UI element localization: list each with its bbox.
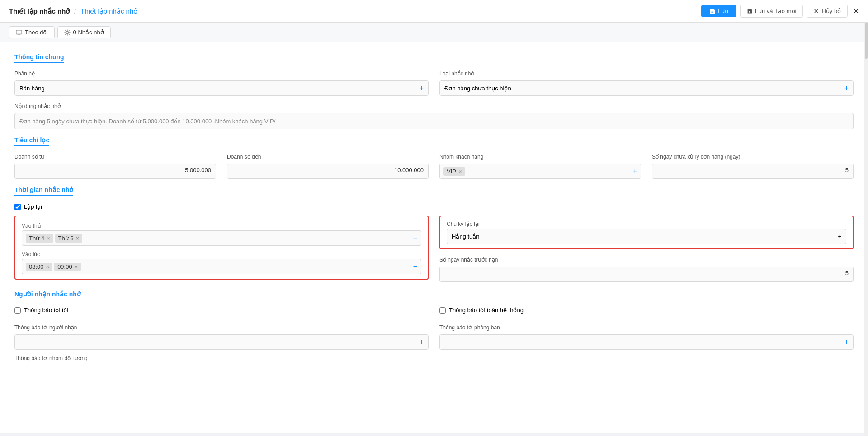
vao-luc-group: Vào lúc 08:00 × 09:00 × +	[22, 251, 421, 274]
so-ngay-input[interactable]: 5	[652, 164, 854, 179]
noi-dung-textarea[interactable]: Đơn hàng 5 ngày chưa thực hiện. Doanh số…	[14, 113, 854, 129]
noi-dung-group: Nội dung nhắc nhở Đơn hàng 5 ngày chưa t…	[14, 103, 854, 129]
thong-tin-chung-section: Thông tin chung Phân hệ Bán hàng + Loại …	[14, 53, 854, 129]
thong-bao-toi-toi-row: Thông báo tới tôi	[14, 307, 429, 314]
breadcrumb-link[interactable]: Thiết lập nhắc nhở	[80, 7, 137, 15]
thong-bao-nguoi-nhan-group: Thông báo tới người nhận +	[14, 324, 429, 350]
time-0800-tag: 08:00 ×	[26, 263, 52, 271]
thong-bao-he-thong-label: Thông báo tới toàn hệ thống	[449, 307, 524, 314]
doanh-so-row: Doanh số từ 5.000.000 Doanh số đến 10.00…	[14, 154, 854, 179]
tieu-chi-loc-title: Tiêu chí lọc	[14, 136, 49, 146]
doanh-so-tu-label: Doanh số từ	[14, 154, 216, 160]
loai-nhac-nho-select[interactable]: Đơn hàng chưa thực hiện +	[439, 80, 854, 96]
save-icon	[709, 8, 716, 14]
time-two-col: Vào thứ Thứ 4 × Thứ 6 × +	[14, 216, 854, 287]
thong-bao-checkbox-row: Thông báo tới tôi Thông báo tới toàn hệ …	[14, 307, 854, 319]
lap-lai-label: Lập lại	[24, 203, 42, 210]
svg-point-1	[66, 31, 68, 33]
thong-bao-toi-toi-checkbox[interactable]	[14, 307, 21, 314]
chu-ky-box: Chu kỳ lặp lại Hằng tuần +	[439, 216, 854, 249]
so-ngay-nhac-label: Số ngày nhắc trước hạn	[439, 257, 854, 263]
time-0800-close[interactable]: ×	[46, 263, 50, 270]
nhac-nho-button[interactable]: 0 Nhắc nhở	[57, 26, 111, 38]
noi-dung-label: Nội dung nhắc nhở	[14, 103, 854, 109]
save-create-button[interactable]: Lưu và Tạo mới	[740, 5, 803, 18]
phong-ban-plus-icon: +	[844, 338, 849, 346]
nguoi-nhan-title: Người nhận nhắc nhở	[14, 291, 81, 300]
save-button[interactable]: Lưu	[701, 5, 736, 17]
thong-bao-toi-toi-label: Thông báo tới tôi	[24, 307, 68, 314]
nhom-doi-tuong-label: Thông báo tới nhóm đối tượng	[14, 355, 854, 361]
nguoi-nhan-input[interactable]: +	[14, 334, 429, 350]
scrollbar-track	[864, 23, 868, 433]
nhom-khach-hang-input[interactable]: VIP × +	[439, 164, 641, 179]
settings-icon	[64, 29, 71, 36]
doanh-so-den-group: Doanh số đến 10.000.000	[227, 154, 429, 179]
doanh-so-tu-input[interactable]: 5.000.000	[14, 164, 216, 179]
thong-tin-chung-title: Thông tin chung	[14, 53, 64, 63]
vao-thu-plus[interactable]: +	[413, 234, 417, 242]
theo-doi-button[interactable]: Theo dõi	[9, 26, 55, 38]
vao-thu-input[interactable]: Thứ 4 × Thứ 6 × +	[22, 230, 421, 246]
breadcrumb-separator: /	[74, 8, 76, 15]
so-ngay-label: Số ngày chưa xử lý đơn hàng (ngày)	[652, 154, 854, 160]
page-title: Thiết lập nhắc nhở	[9, 7, 70, 15]
nguoi-nhan-input-row: Thông báo tới người nhận + Thông báo tới…	[14, 324, 854, 350]
right-col: Chu kỳ lặp lại Hằng tuần + Số ngày nhắc …	[439, 216, 854, 287]
doanh-so-den-input[interactable]: 10.000.000	[227, 164, 429, 179]
vao-luc-plus[interactable]: +	[413, 263, 417, 271]
save-create-icon	[747, 8, 753, 14]
thoi-gian-title: Thời gian nhắc nhở	[14, 186, 73, 196]
sub-nav: Theo dõi 0 Nhắc nhở	[0, 23, 868, 42]
thong-bao-he-thong-row: Thông báo tới toàn hệ thống	[439, 307, 854, 314]
nhom-khach-hang-plus[interactable]: +	[633, 167, 637, 175]
svg-rect-0	[16, 30, 22, 34]
top-bar: Thiết lập nhắc nhở / Thiết lập nhắc nhở …	[0, 0, 868, 23]
close-button[interactable]: ×	[853, 5, 859, 17]
thong-bao-phong-ban-label: Thông báo tới phòng ban	[439, 324, 854, 331]
phong-ban-input[interactable]: +	[439, 334, 854, 350]
vao-luc-input[interactable]: 08:00 × 09:00 × +	[22, 259, 421, 274]
phan-he-group: Phân hệ Bán hàng +	[14, 70, 429, 96]
monitor-icon	[16, 29, 22, 36]
doanh-so-den-label: Doanh số đến	[227, 154, 429, 160]
thu6-tag-close[interactable]: ×	[76, 235, 80, 242]
left-col: Vào thứ Thứ 4 × Thứ 6 × +	[14, 216, 429, 287]
nhom-doi-tuong-group: Thông báo tới nhóm đối tượng	[14, 355, 854, 363]
time-0900-close[interactable]: ×	[75, 263, 78, 270]
lap-lai-checkbox[interactable]	[14, 204, 21, 210]
so-ngay-nhac-group: Số ngày nhắc trước hạn 5	[439, 257, 854, 282]
loai-nhac-nho-plus-icon: +	[844, 84, 849, 92]
vao-luc-label: Vào lúc	[22, 251, 421, 258]
thoi-gian-nhac-nho-section: Thời gian nhắc nhở Lập lại Vào thứ Thứ 4	[14, 186, 854, 287]
loai-nhac-nho-label: Loại nhắc nhở	[439, 70, 854, 77]
so-ngay-nhac-input[interactable]: 5	[439, 267, 854, 282]
thong-bao-he-thong-checkbox[interactable]	[439, 307, 446, 314]
thong-bao-nguoi-nhan-label: Thông báo tới người nhận	[14, 324, 429, 331]
nhom-khach-hang-group: Nhóm khách hàng VIP × +	[439, 154, 641, 179]
chu-ky-label: Chu kỳ lặp lại	[447, 221, 846, 227]
phan-he-plus-icon: +	[420, 84, 424, 92]
breadcrumb: Thiết lập nhắc nhở / Thiết lập nhắc nhở	[9, 7, 137, 15]
nguoi-nhan-plus-icon: +	[420, 338, 424, 346]
loai-nhac-nho-group: Loại nhắc nhở Đơn hàng chưa thực hiện +	[439, 70, 854, 96]
phan-he-loai-row: Phân hệ Bán hàng + Loại nhắc nhở Đơn hàn…	[14, 70, 854, 96]
thu4-tag-close[interactable]: ×	[47, 235, 50, 242]
phan-he-select[interactable]: Bán hàng +	[14, 80, 429, 96]
vao-thu-luc-box: Vào thứ Thứ 4 × Thứ 6 × +	[14, 216, 429, 280]
scrollbar-thumb[interactable]	[865, 23, 868, 59]
vip-tag: VIP ×	[443, 167, 465, 176]
vip-tag-close[interactable]: ×	[458, 168, 462, 175]
thu6-tag: Thứ 6 ×	[55, 234, 83, 243]
vao-thu-label: Vào thứ	[22, 223, 421, 229]
chu-ky-plus-icon: +	[838, 233, 841, 240]
main-content: Thông tin chung Phân hệ Bán hàng + Loại …	[0, 42, 868, 433]
nhom-khach-hang-label: Nhóm khách hàng	[439, 154, 641, 160]
chu-ky-select[interactable]: Hằng tuần +	[447, 229, 846, 244]
cancel-button[interactable]: Hủy bỏ	[807, 5, 848, 18]
phan-he-label: Phân hệ	[14, 70, 429, 77]
lap-lai-row: Lập lại	[14, 203, 854, 210]
thong-bao-he-thong-group: Thông báo tới toàn hệ thống	[439, 307, 854, 319]
nguoi-nhan-section: Người nhận nhắc nhở Thông báo tới tôi Th…	[14, 291, 854, 363]
cancel-icon	[813, 8, 819, 14]
